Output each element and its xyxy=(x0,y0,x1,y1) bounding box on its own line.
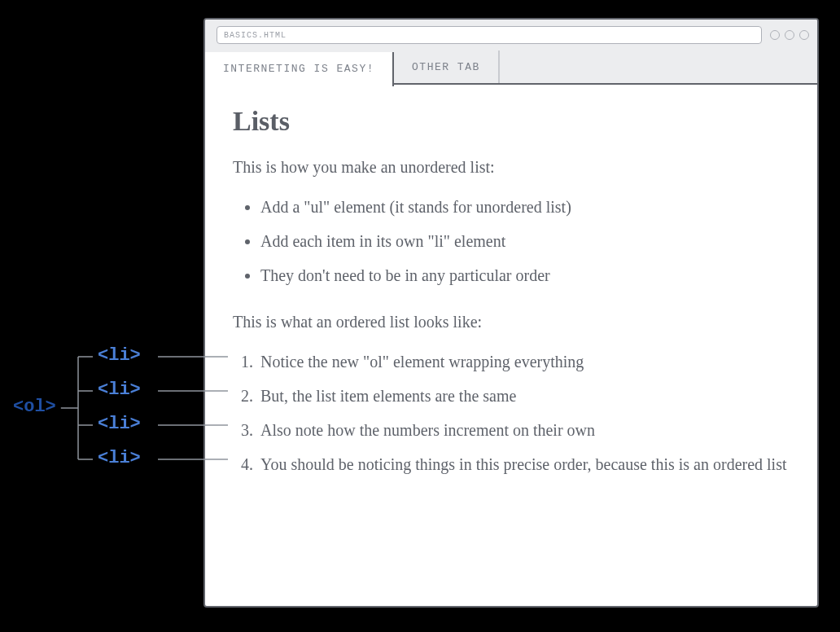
browser-chrome: BASICS.HTML INTERNETING IS EASY! OTHER T… xyxy=(205,20,817,85)
list-item: Add a "ul" element (it stands for unorde… xyxy=(260,194,790,220)
annotation-li-tag: <li> xyxy=(98,345,141,366)
list-item: They don't need to be in any particular … xyxy=(260,262,790,288)
tab-interneting[interactable]: INTERNETING IS EASY! xyxy=(205,52,394,86)
address-bar-text: BASICS.HTML xyxy=(224,31,287,40)
annotation-li-tag: <li> xyxy=(98,380,141,400)
annotation-li-tag: <li> xyxy=(98,448,141,468)
tabs-bar: INTERNETING IS EASY! OTHER TAB xyxy=(205,50,817,83)
page-content: Lists This is how you make an unordered … xyxy=(205,85,817,515)
window-control-dot-icon[interactable] xyxy=(799,30,809,40)
intro-ordered: This is what an ordered list looks like: xyxy=(233,309,790,334)
tab-label: INTERNETING IS EASY! xyxy=(223,63,374,75)
tab-other[interactable]: OTHER TAB xyxy=(394,50,500,83)
annotation-li-tag: <li> xyxy=(98,414,141,434)
list-item: But, the list item elements are the same xyxy=(257,383,790,409)
list-item: Add each item in its own "li" element xyxy=(260,228,790,254)
annotation-ol-tag: <ol> xyxy=(13,397,56,417)
tab-label: OTHER TAB xyxy=(412,61,480,73)
unordered-list: Add a "ul" element (it stands for unorde… xyxy=(233,194,790,288)
window-control-dot-icon[interactable] xyxy=(770,30,780,40)
list-item: Also note how the numbers increment on t… xyxy=(257,417,790,443)
browser-window: BASICS.HTML INTERNETING IS EASY! OTHER T… xyxy=(203,18,819,608)
list-item: Notice the new "ol" element wrapping eve… xyxy=(257,349,790,375)
list-item: You should be noticing things in this pr… xyxy=(257,451,790,477)
window-controls xyxy=(770,30,809,40)
intro-unordered: This is how you make an unordered list: xyxy=(233,155,790,179)
ordered-list: Notice the new "ol" element wrapping eve… xyxy=(233,349,790,477)
window-control-dot-icon[interactable] xyxy=(785,30,794,40)
page-heading: Lists xyxy=(233,106,790,137)
address-bar[interactable]: BASICS.HTML xyxy=(217,26,762,44)
